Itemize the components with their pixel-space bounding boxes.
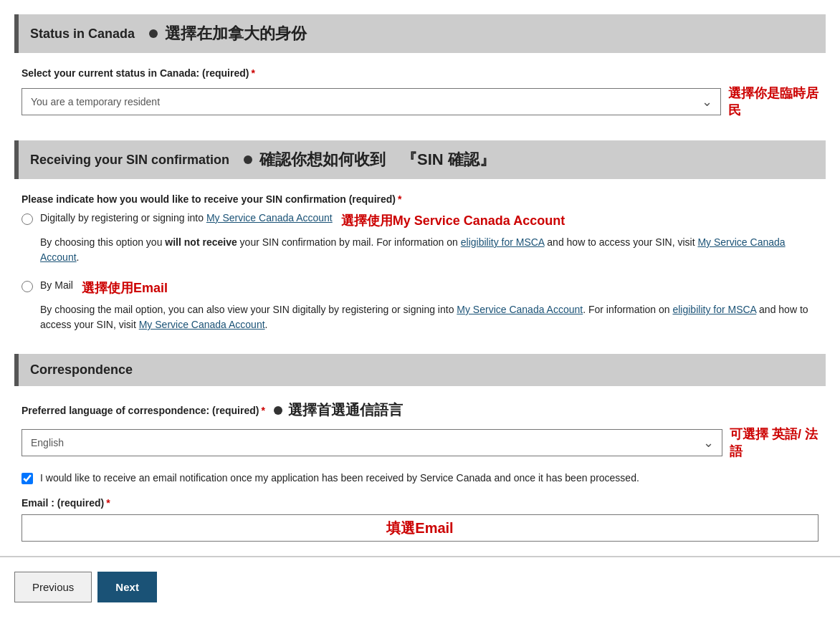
pref-lang-select-wrapper: English French ⌄ (22, 429, 722, 456)
email-notification-label[interactable]: I would like to receive an email notific… (40, 471, 639, 486)
sin-radio-group: Digitally by registering or signing into… (22, 212, 818, 332)
sin-mail-radio[interactable] (22, 281, 33, 292)
sin-digital-radio[interactable] (22, 213, 33, 225)
status-header-bullet (149, 29, 158, 38)
correspondence-section-title: Correspondence (30, 362, 133, 378)
eligibility-msca-link-2[interactable]: eligibility for MSCA (672, 304, 756, 315)
correspondence-section-header: Correspondence (14, 354, 826, 386)
status-select-row: You are a temporary resident You are a p… (22, 85, 818, 119)
msca-link-mail[interactable]: My Service Canada Account (457, 304, 583, 315)
sin-section-chinese: 確認你想如何收到 『SIN 確認』 (259, 149, 495, 170)
sin-section-header: Receiving your SIN confirmation 確認你想如何收到… (14, 140, 826, 179)
navigation-bar: Previous Next (0, 556, 840, 617)
status-annotation: 選擇你是臨時居民 (728, 85, 818, 119)
email-input[interactable] (22, 514, 818, 542)
pref-lang-select-row: English French ⌄ 可選擇 英語/ 法語 (22, 426, 818, 460)
sin-field-label: Please indicate how you would like to re… (22, 193, 818, 205)
sin-digital-option: Digitally by registering or signing into… (22, 212, 818, 265)
status-field-label: Select your current status in Canada: (r… (22, 67, 818, 79)
sin-mail-annotation: 選擇使用Email (82, 279, 168, 297)
pref-lang-annotation: 可選擇 英語/ 法語 (730, 426, 818, 460)
sin-confirmation-section: Receiving your SIN confirmation 確認你想如何收到… (14, 140, 826, 332)
sin-mail-label-row: By Mail 選擇使用Email (22, 279, 818, 297)
email-field-label: Email : (required)* (22, 497, 818, 509)
sin-digital-label-row: Digitally by registering or signing into… (22, 212, 818, 229)
pref-lang-row: Preferred language of correspondence: (r… (22, 400, 818, 420)
correspondence-section: Correspondence Preferred language of cor… (14, 354, 826, 542)
status-in-canada-section: Status in Canada 選擇在加拿大的身份 Select your c… (14, 14, 826, 119)
status-section-chinese: 選擇在加拿大的身份 (165, 23, 307, 44)
sin-mail-option: By Mail 選擇使用Email By choosing the mail o… (22, 279, 818, 332)
sin-mail-label[interactable]: By Mail (40, 279, 73, 291)
previous-button[interactable]: Previous (14, 572, 92, 602)
status-section-title: Status in Canada (30, 27, 135, 42)
next-button[interactable]: Next (97, 572, 157, 602)
pref-lang-bullet (274, 406, 282, 415)
sin-mail-description: By choosing the mail option, you can als… (40, 302, 818, 332)
msca-link-2[interactable]: My Service Canada Account (139, 319, 265, 330)
pref-lang-select[interactable]: English French (22, 429, 722, 456)
email-notification-checkbox[interactable] (22, 473, 33, 484)
sin-header-bullet (244, 155, 252, 164)
sin-digital-annotation: 選擇使用My Service Canada Account (341, 212, 565, 229)
eligibility-msca-link-1[interactable]: eligibility for MSCA (461, 236, 545, 248)
sin-digital-label[interactable]: Digitally by registering or signing into… (40, 212, 333, 224)
msca-link-1[interactable]: My Service Canada Account (40, 236, 786, 263)
pref-lang-label: Preferred language of correspondence: (r… (22, 405, 265, 416)
sin-digital-description: By choosing this option you will not rec… (40, 235, 818, 265)
email-notification-row: I would like to receive an email notific… (22, 471, 818, 486)
status-select-wrapper: You are a temporary resident You are a p… (22, 88, 721, 115)
status-select[interactable]: You are a temporary resident You are a p… (22, 88, 721, 115)
msca-link-digital[interactable]: My Service Canada Account (206, 212, 333, 224)
email-input-wrapper: 填選Email (22, 514, 818, 542)
pref-lang-chinese: 選擇首選通信語言 (288, 400, 403, 420)
status-section-header: Status in Canada 選擇在加拿大的身份 (14, 14, 826, 53)
sin-section-title: Receiving your SIN confirmation (30, 153, 229, 168)
